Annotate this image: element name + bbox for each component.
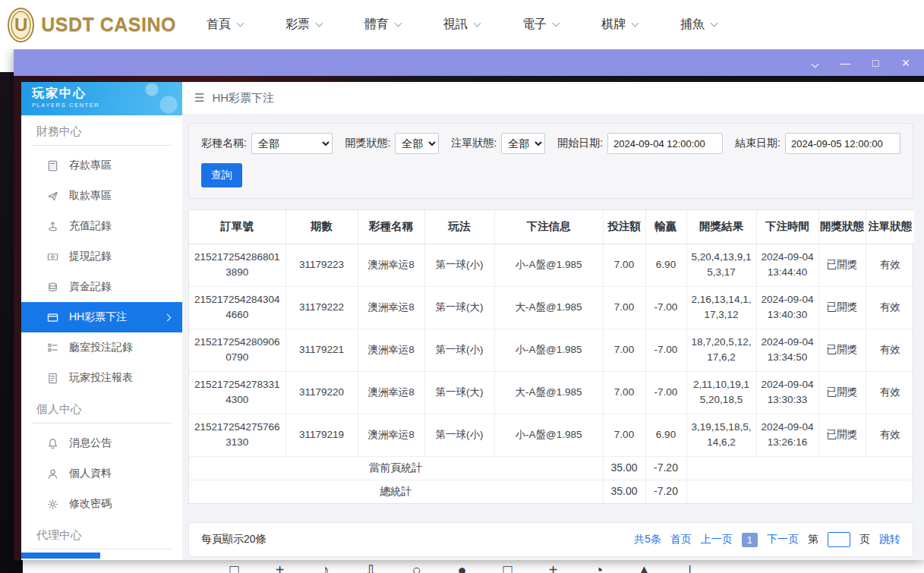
main-content: ☰ HH彩票下注 彩種名稱: 全部 開獎狀態: 全部 注單狀態: — [182, 82, 924, 560]
sidebar-item-recharge-record[interactable]: 充值記錄 — [21, 211, 182, 241]
end-date-input[interactable] — [785, 133, 900, 154]
sidebar: 玩家中心 PLAYERS CENTER 財務中心 存款專區 取款專區 — [21, 82, 182, 560]
cell-order-no: 2152172542757663130 — [189, 414, 285, 456]
column-header-draw-status: 開獎狀態 — [818, 210, 866, 244]
top-nav-menu: 首頁 彩票 體育 視訊 電子 棋牌 捕魚 — [207, 17, 717, 33]
lottery-ticket-icon — [47, 312, 58, 323]
grand-summary-bet-total: 35.00 — [603, 480, 645, 503]
order-status-select[interactable]: 全部 — [501, 133, 545, 154]
lottery-select[interactable]: 全部 — [251, 133, 333, 154]
column-header-bet-time: 下注時間 — [756, 210, 818, 244]
cell-bet-time: 2024-09-04 13:40:30 — [756, 286, 818, 329]
window-body: 玩家中心 PLAYERS CENTER 財務中心 存款專區 取款專區 — [14, 76, 924, 560]
footer-icon: + — [544, 562, 563, 573]
table-row: 2152172542843044660 31179222 澳洲幸运8 第一球(大… — [189, 286, 914, 329]
column-header-play: 玩法 — [424, 210, 494, 244]
sidebar-item-label: 取款專區 — [69, 189, 112, 203]
cell-play: 第一球(小) — [424, 244, 494, 286]
footer-icon: + — [271, 562, 289, 573]
sidebar-item-profile[interactable]: 個人資料 — [21, 458, 182, 489]
bets-table: 訂單號 期數 彩種名稱 玩法 下注信息 投注額 輸贏 開獎結果 下注時間 開獎狀… — [189, 210, 914, 503]
nav-item-cards[interactable]: 棋牌 — [601, 17, 638, 33]
footer-icon: □ — [499, 562, 517, 573]
first-page-link[interactable]: 首页 — [670, 533, 692, 546]
nav-item-video[interactable]: 視訊 — [443, 17, 480, 33]
sidebar-item-funds-record[interactable]: 資金記錄 — [21, 272, 182, 302]
nav-item-sports[interactable]: 體育 — [364, 17, 401, 33]
cell-period: 31179223 — [285, 244, 358, 286]
cell-bet-info: 大-A盤@1.985 — [494, 371, 603, 414]
cell-play: 第一球(大) — [424, 371, 494, 414]
draw-status-select[interactable]: 全部 — [395, 133, 439, 154]
nav-item-slots[interactable]: 電子 — [522, 17, 559, 33]
chevron-down-icon — [474, 20, 481, 27]
nav-item-label: 體育 — [364, 17, 389, 33]
finance-items: 存款專區 取款專區 充值記錄 提現記錄 — [21, 150, 182, 393]
column-header-winloss: 輸贏 — [645, 210, 686, 244]
user-icon — [47, 468, 58, 480]
prev-page-link[interactable]: 上一页 — [701, 533, 733, 546]
footer-icon: ● — [453, 562, 471, 573]
window-maximize-button[interactable]: □ — [869, 58, 881, 68]
start-date-input[interactable] — [607, 133, 723, 154]
jump-label-pre: 第 — [808, 533, 818, 546]
search-button[interactable]: 查詢 — [201, 163, 242, 187]
sidebar-subtitle: PLAYERS CENTER — [32, 102, 172, 109]
bell-icon — [47, 438, 58, 449]
site-logo[interactable]: U USDT CASINO — [8, 8, 176, 43]
cell-winloss: 6.90 — [645, 244, 686, 286]
sidebar-item-label: HH彩票下注 — [69, 310, 127, 324]
page-summary-winloss-total: -7.20 — [645, 456, 686, 480]
nav-item-fishing[interactable]: 捕魚 — [680, 17, 717, 33]
sidebar-item-withdraw-record[interactable]: 提現記錄 — [21, 241, 182, 272]
cell-play: 第一球(大) — [424, 286, 494, 329]
sidebar-item-withdraw-zone[interactable]: 取款專區 — [21, 181, 182, 211]
next-page-link[interactable]: 下一页 — [767, 533, 799, 546]
nav-item-home[interactable]: 首頁 — [207, 17, 243, 33]
cell-draw-status: 已開獎 — [818, 286, 866, 329]
window-close-button[interactable]: × — [900, 56, 912, 70]
chevron-down-icon — [711, 20, 718, 27]
sidebar-item-deposit-zone[interactable]: 存款專區 — [21, 150, 182, 181]
player-center-window: — □ × 玩家中心 PLAYERS CENTER 財務中心 存款專區 — [14, 49, 924, 560]
page-footer-icons: □ + ♪ ⇩ ○ ● □ + ◔ ▲ ⊥ — [0, 562, 924, 573]
jump-page-input[interactable] — [828, 532, 850, 547]
cell-bet-info: 小-A盤@1.985 — [494, 329, 603, 371]
nav-item-lottery[interactable]: 彩票 — [285, 17, 322, 33]
nav-item-label: 電子 — [522, 17, 547, 33]
cell-period: 31179220 — [285, 371, 358, 414]
sidebar-item-label: 提現記錄 — [69, 250, 112, 263]
cell-draw-result: 18,7,20,5,12,17,6,2 — [686, 329, 756, 371]
end-date-label: 結束日期: — [735, 137, 781, 150]
sidebar-item-hh-lottery-bets[interactable]: HH彩票下注 — [21, 302, 182, 332]
window-chevron-button[interactable] — [809, 58, 821, 68]
cell-draw-status: 已開獎 — [818, 371, 866, 414]
table-row: 2152172542757663130 31179219 澳洲幸运8 第一球(小… — [189, 414, 914, 456]
current-page[interactable]: 1 — [742, 533, 758, 547]
cell-lottery: 澳洲幸运8 — [358, 244, 424, 286]
table-header-row: 訂單號 期數 彩種名稱 玩法 下注信息 投注額 輸贏 開獎結果 下注時間 開獎狀… — [189, 210, 914, 244]
sidebar-item-player-bet-report[interactable]: 玩家投注報表 — [21, 363, 182, 393]
cell-lottery: 澳洲幸运8 — [358, 371, 424, 414]
chevron-right-icon — [164, 313, 172, 321]
sidebar-item-change-password[interactable]: 修改密碼 — [21, 489, 182, 519]
page-summary-empty — [686, 456, 914, 480]
sidebar-item-announcements[interactable]: 消息公告 — [21, 428, 182, 458]
cell-play: 第一球(小) — [424, 414, 494, 456]
sidebar-item-label: 資金記錄 — [69, 280, 112, 294]
sidebar-item-label: 個人資料 — [69, 467, 112, 480]
cell-winloss: -7.00 — [645, 329, 686, 371]
window-minimize-button[interactable]: — — [839, 58, 851, 68]
bets-table-card: 訂單號 期數 彩種名稱 玩法 下注信息 投注額 輸贏 開獎結果 下注時間 開獎狀… — [188, 209, 913, 504]
jump-link[interactable]: 跳转 — [879, 533, 900, 546]
nav-item-label: 首頁 — [207, 17, 231, 33]
cell-period: 31179219 — [285, 414, 358, 456]
sidebar-item-label: 消息公告 — [69, 436, 112, 450]
chevron-down-icon — [316, 20, 323, 27]
sidebar-item-hall-bet-record[interactable]: 廳室投注記錄 — [21, 332, 182, 363]
menu-icon[interactable]: ☰ — [194, 91, 204, 105]
footer-icon: ◔ — [590, 562, 608, 573]
section-finance-center: 財務中心 — [32, 120, 172, 146]
column-header-bet-info: 下注信息 — [494, 210, 603, 244]
hall-record-icon — [47, 342, 58, 354]
